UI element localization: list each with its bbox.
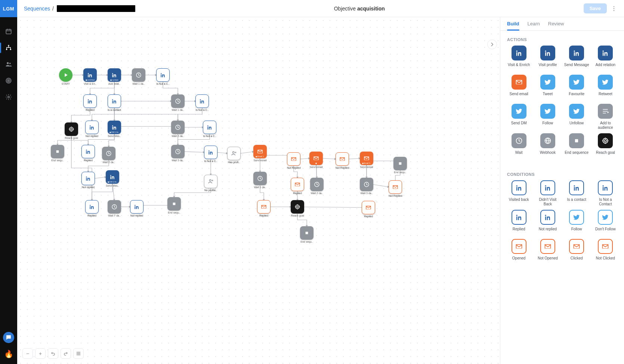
rail-sequences[interactable] bbox=[4, 43, 13, 52]
grid-toggle-button[interactable] bbox=[73, 348, 84, 359]
node-n27[interactable]: ◼ DM 2 lin..Send Mes.. bbox=[106, 170, 119, 187]
support-chat-button[interactable] bbox=[3, 332, 14, 343]
node-n7[interactable]: Wait 1 da.. bbox=[171, 94, 185, 112]
panel-collapse-button[interactable] bbox=[487, 40, 497, 49]
node-n9[interactable]: Reach goal bbox=[65, 122, 78, 140]
tile-visit-profile[interactable]: Visit profile bbox=[534, 46, 561, 71]
tab-learn[interactable]: Learn bbox=[528, 21, 540, 30]
rail-flame[interactable]: 🔥 bbox=[4, 349, 13, 359]
node-n16[interactable]: Wait 2 da.. bbox=[102, 147, 115, 164]
tile-add-audience[interactable]: Add to audience bbox=[592, 104, 619, 130]
tile-favourite[interactable]: Favourite bbox=[563, 75, 590, 100]
tile-follow[interactable]: Follow bbox=[534, 104, 561, 130]
tile-replied-li[interactable]: Replied bbox=[506, 210, 532, 235]
redo-button[interactable] bbox=[61, 348, 71, 359]
tile-send-dm[interactable]: Send DM bbox=[506, 104, 532, 130]
tile-is-not-contact[interactable]: Is Not a Contact bbox=[592, 180, 619, 206]
rail-leads[interactable] bbox=[4, 60, 13, 69]
flow-canvas[interactable]: START◼ enrichedVisit & En..◼ contactAdd … bbox=[17, 17, 500, 364]
tile-dont-follow[interactable]: Don't Follow bbox=[592, 210, 619, 235]
linkedin-icon bbox=[569, 46, 584, 60]
node-n18[interactable]: Is Not a C.. bbox=[204, 146, 217, 163]
node-n25[interactable]: End sequ.. bbox=[393, 157, 407, 174]
save-button[interactable]: Save bbox=[584, 3, 607, 13]
node-n34[interactable]: Replied bbox=[85, 200, 99, 217]
node-n26[interactable]: Not replied bbox=[81, 172, 95, 189]
tile-add-relation[interactable]: Add relation bbox=[592, 46, 619, 71]
node-n21[interactable]: Not Replied bbox=[287, 152, 301, 169]
node-n35[interactable]: Wait 7 da.. bbox=[108, 200, 121, 217]
node-n17[interactable]: Wait 3 da.. bbox=[171, 145, 185, 162]
tile-send-message[interactable]: Send Message bbox=[563, 46, 590, 71]
node-n11[interactable]: ◼ DM 1 lin..Send Mes.. bbox=[108, 121, 121, 138]
breadcrumb-root[interactable]: Sequences bbox=[24, 6, 50, 12]
brand-logo[interactable]: LGM bbox=[0, 0, 17, 17]
tile-visit-enrich[interactable]: Visit & Enrich bbox=[506, 46, 532, 71]
node-n23[interactable]: Not Replied bbox=[336, 152, 349, 169]
node-n33[interactable]: Not Replied bbox=[389, 180, 402, 197]
tile-not-opened[interactable]: Not Opened bbox=[534, 239, 561, 264]
tile-wait[interactable]: Wait bbox=[506, 133, 532, 159]
node-n4[interactable]: Is Not a C.. bbox=[156, 68, 170, 85]
node-label: Not Replied bbox=[336, 167, 349, 169]
node-n32[interactable]: Wait 3 da.. bbox=[360, 178, 373, 195]
node-n31[interactable]: Wait 2 da.. bbox=[310, 178, 324, 195]
node-n36[interactable]: Not replied bbox=[130, 200, 143, 217]
tile-webhook[interactable]: Webhook bbox=[534, 133, 561, 159]
tile-unfollow[interactable]: Unfollow bbox=[563, 104, 590, 130]
undo-button[interactable] bbox=[48, 348, 58, 359]
tile-send-email[interactable]: Send email bbox=[506, 75, 532, 100]
tab-build[interactable]: Build bbox=[507, 21, 519, 30]
node-n6[interactable]: Is a contact bbox=[108, 94, 121, 112]
node-n13[interactable]: Is Not a C.. bbox=[203, 121, 216, 138]
tile-reach-goal[interactable]: Reach goal bbox=[592, 133, 619, 159]
node-n30[interactable]: Replied bbox=[291, 178, 304, 195]
svg-rect-4 bbox=[8, 45, 9, 46]
node-n22[interactable]: ◼Send email bbox=[309, 152, 323, 169]
rail-target[interactable] bbox=[4, 76, 13, 85]
node-label: End sequ.. bbox=[300, 240, 313, 243]
node-label: Wait 2 da.. bbox=[311, 192, 323, 195]
node-n20[interactable]: ◼ Email 1..Send email bbox=[253, 145, 267, 162]
zoom-out-button[interactable]: − bbox=[22, 348, 33, 359]
node-label: Not Replied bbox=[389, 195, 402, 197]
node-n10[interactable]: Not replied bbox=[85, 121, 99, 138]
node-n15[interactable]: Replied bbox=[81, 145, 95, 162]
node-n24[interactable]: ◼ Email 3..Send email bbox=[360, 152, 373, 169]
node-n37[interactable]: End sequ.. bbox=[167, 197, 181, 214]
node-n5[interactable]: Replied bbox=[83, 94, 97, 112]
node-n1[interactable]: ◼ enrichedVisit & En.. bbox=[83, 68, 97, 85]
node-n40[interactable]: Replied bbox=[362, 201, 375, 218]
tab-review[interactable]: Review bbox=[548, 21, 564, 30]
tile-clicked[interactable]: Clicked bbox=[563, 239, 590, 264]
node-n14[interactable]: End sequ.. bbox=[51, 145, 64, 162]
tile-retweet[interactable]: Retweet bbox=[592, 75, 619, 100]
rail-settings[interactable] bbox=[4, 93, 13, 102]
node-start[interactable]: START bbox=[59, 68, 72, 85]
tile-follow-tw[interactable]: Follow bbox=[563, 210, 590, 235]
tile-not-replied-li[interactable]: Not replied bbox=[534, 210, 561, 235]
node-n8[interactable]: Is Not a C.. bbox=[195, 94, 209, 112]
node-n41[interactable]: End sequ.. bbox=[300, 226, 313, 243]
node-n19[interactable]: Has profi.. bbox=[227, 147, 241, 164]
tile-opened[interactable]: Opened bbox=[506, 239, 532, 264]
tile-is-contact[interactable]: Is a contact bbox=[563, 180, 590, 206]
mail-icon bbox=[389, 180, 402, 194]
node-n28[interactable]: No profile.. bbox=[204, 175, 217, 192]
node-n38[interactable]: Replied bbox=[257, 200, 271, 217]
zoom-in-button[interactable]: + bbox=[35, 348, 46, 359]
tile-end-sequence[interactable]: End sequence bbox=[563, 133, 590, 159]
node-n39[interactable]: Reach goal bbox=[291, 200, 304, 217]
node-n3[interactable]: Wait 1 da.. bbox=[132, 68, 145, 85]
svg-rect-18 bbox=[79, 352, 80, 352]
node-n12[interactable]: Wait 2 da.. bbox=[171, 121, 185, 138]
tile-visited-back[interactable]: Visited back bbox=[506, 180, 532, 206]
node-n29[interactable]: Wait 1 da.. bbox=[253, 172, 267, 189]
tile-not-clicked[interactable]: Not Clicked bbox=[592, 239, 619, 264]
rail-calendar[interactable] bbox=[4, 27, 13, 36]
tile-tweet[interactable]: Tweet bbox=[534, 75, 561, 100]
tile-didnt-visit-back[interactable]: Didn't Visit Back bbox=[534, 180, 561, 206]
node-n2[interactable]: ◼ contactAdd relat.. bbox=[108, 68, 121, 85]
more-menu-button[interactable] bbox=[611, 5, 617, 12]
node-label: Replied bbox=[84, 159, 93, 162]
